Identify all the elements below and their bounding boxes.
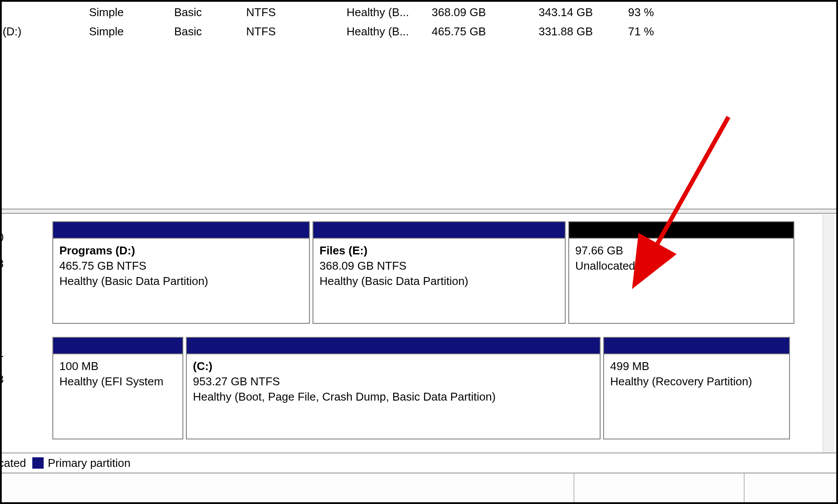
vol-status: Healthy (B... bbox=[347, 3, 432, 21]
partition-title: Files (E:) bbox=[319, 243, 559, 258]
partition-c[interactable]: (C:) 953.27 GB NTFS Healthy (Boot, Page … bbox=[186, 337, 601, 439]
status-divider bbox=[744, 473, 745, 502]
volume-list[interactable]: ) Simple Basic NTFS Healthy (B... 368.09… bbox=[2, 2, 836, 216]
partition-status: Healthy (Basic Data Partition) bbox=[59, 274, 303, 289]
partition-programs-d[interactable]: Programs (D:) 465.75 GB NTFS Healthy (Ba… bbox=[52, 221, 310, 324]
disk-label: 0 bbox=[0, 231, 3, 244]
disk-row-0: Programs (D:) 465.75 GB NTFS Healthy (Ba… bbox=[52, 221, 794, 324]
partition-header bbox=[313, 222, 565, 238]
vol-fs: NTFS bbox=[246, 3, 333, 21]
vol-type: Basic bbox=[174, 3, 240, 21]
vol-free: 343.14 GB bbox=[539, 3, 626, 21]
scrollbar[interactable] bbox=[823, 215, 835, 453]
legend-swatch-primary bbox=[32, 457, 44, 469]
vol-status: Healthy (B... bbox=[347, 23, 432, 40]
partition-title: Programs (D:) bbox=[59, 243, 303, 258]
vol-capacity: 368.09 GB bbox=[432, 3, 536, 21]
partition-recovery[interactable]: 499 MB Healthy (Recovery Partition) bbox=[603, 337, 790, 439]
disk-row-1: 100 MB Healthy (EFI System (C:) 953.27 G… bbox=[52, 337, 794, 439]
partition-status: Healthy (Boot, Page File, Crash Dump, Ba… bbox=[193, 389, 594, 405]
vol-capacity: 465.75 GB bbox=[432, 23, 536, 40]
partition-unallocated[interactable]: 97.66 GB Unallocated bbox=[568, 221, 794, 324]
vol-layout: Simple bbox=[89, 3, 168, 21]
status-bar bbox=[2, 473, 836, 502]
partition-header bbox=[53, 338, 182, 353]
vol-type: Basic bbox=[174, 23, 240, 40]
legend-primary-text: Primary partition bbox=[48, 456, 131, 470]
pane-divider[interactable] bbox=[2, 209, 836, 214]
partition-size: 499 MB bbox=[610, 359, 783, 374]
partition-status: Healthy (Basic Data Partition) bbox=[319, 274, 559, 289]
partition-status: Unallocated bbox=[575, 258, 787, 274]
vol-free: 331.88 GB bbox=[539, 23, 626, 40]
partition-size: 953.27 GB NTFS bbox=[193, 374, 594, 389]
partition-size: 465.75 GB NTFS bbox=[59, 258, 303, 274]
partition-files-e[interactable]: Files (E:) 368.09 GB NTFS Healthy (Basic… bbox=[313, 221, 566, 324]
volume-row[interactable]: ) Simple Basic NTFS Healthy (B... 368.09… bbox=[2, 3, 836, 21]
disk-label: 3 bbox=[0, 373, 3, 386]
partition-header bbox=[187, 338, 600, 353]
partition-header bbox=[569, 222, 793, 238]
partition-title: (C:) bbox=[193, 359, 594, 374]
vol-name: ms (D:) bbox=[2, 23, 80, 40]
partition-size: 100 MB bbox=[59, 359, 176, 374]
partition-efi[interactable]: 100 MB Healthy (EFI System bbox=[52, 337, 183, 439]
vol-layout: Simple bbox=[89, 23, 168, 40]
disk-label: 1 bbox=[0, 346, 3, 360]
partition-size: 368.09 GB NTFS bbox=[319, 258, 559, 274]
partition-size: 97.66 GB bbox=[575, 243, 787, 258]
vol-percent: 93 % bbox=[628, 3, 694, 21]
vol-percent: 71 % bbox=[628, 23, 694, 40]
partition-status: Healthy (EFI System bbox=[59, 374, 176, 389]
vol-fs: NTFS bbox=[246, 23, 333, 40]
partition-header bbox=[604, 338, 789, 353]
legend-unallocated-text: cated bbox=[0, 456, 26, 470]
status-divider bbox=[574, 473, 574, 502]
disk-map: Programs (D:) 465.75 GB NTFS Healthy (Ba… bbox=[2, 215, 836, 459]
vol-name: ) bbox=[2, 3, 80, 21]
partition-header bbox=[53, 222, 309, 238]
partition-status: Healthy (Recovery Partition) bbox=[610, 374, 783, 389]
volume-row[interactable]: ms (D:) Simple Basic NTFS Healthy (B... … bbox=[2, 23, 836, 40]
legend: cated Primary partition bbox=[2, 453, 836, 473]
disk-label: 3 bbox=[0, 257, 3, 271]
